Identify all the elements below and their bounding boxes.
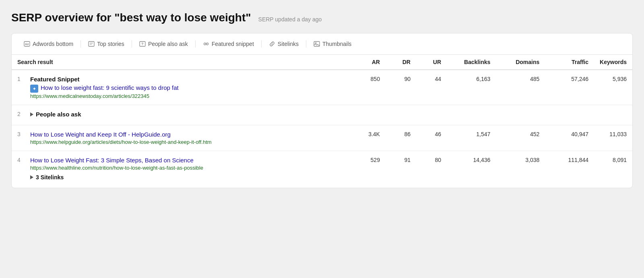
dr-4: 91	[386, 151, 416, 188]
featured-snippet-icon: ✦	[30, 85, 38, 93]
result-cell-4: 4 How to Lose Weight Fast: 3 Simple Step…	[17, 157, 343, 182]
result-content-1: Featured Snippet ✦ How to lose weight fa…	[30, 76, 343, 99]
dr-3: 86	[386, 125, 416, 151]
search-result-cell: 3 How to Lose Weight and Keep It Off - H…	[12, 125, 349, 151]
main-card: Ad Adwords bottom Top stories	[11, 33, 633, 188]
filter-people-also-ask[interactable]: ? People also ask	[135, 39, 192, 49]
traffic-3: 40,947	[545, 125, 594, 151]
result-url-4: https://www.healthline.com/nutrition/how…	[30, 165, 203, 171]
newspaper-icon	[88, 41, 95, 47]
row-num-3: 3	[17, 131, 27, 137]
link-icon	[269, 41, 275, 47]
result-link-4[interactable]: How to Lose Weight Fast: 3 Simple Steps,…	[30, 157, 343, 164]
svg-point-10	[315, 43, 316, 44]
filter-sitelinks-label: Sitelinks	[278, 41, 299, 47]
adwords-icon: Ad	[24, 41, 30, 47]
keywords-1: 5,936	[594, 70, 632, 105]
result-cell-2: 2 People also ask	[17, 111, 627, 119]
svg-rect-2	[89, 41, 94, 46]
backlinks-4: 14,436	[447, 151, 496, 188]
svg-point-8	[206, 43, 208, 45]
result-content-4: How to Lose Weight Fast: 3 Simple Steps,…	[30, 157, 343, 182]
search-result-cell: 4 How to Lose Weight Fast: 3 Simple Step…	[12, 151, 349, 188]
col-header-backlinks: Backlinks	[447, 55, 496, 70]
filter-thumbnails-label: Thumbnails	[322, 41, 351, 47]
row-num-1: 1	[17, 76, 27, 82]
table-header-row: Search result AR DR UR Backlinks Domains…	[12, 55, 632, 70]
ar-3: 3.4K	[349, 125, 386, 151]
keywords-3: 11,033	[594, 125, 632, 151]
expand-icon[interactable]	[30, 112, 33, 116]
page-title: SERP overview for "best way to lose weig…	[11, 11, 251, 24]
table-row: 2 People also ask	[12, 105, 632, 125]
serp-table: Search result AR DR UR Backlinks Domains…	[12, 55, 632, 188]
filter-sitelinks[interactable]: Sitelinks	[265, 39, 303, 49]
image-icon	[314, 41, 320, 47]
col-header-ar: AR	[349, 55, 386, 70]
svg-text:?: ?	[141, 42, 144, 46]
result-cell-1: 1 Featured Snippet ✦ How to lose weight …	[17, 76, 343, 99]
filter-top-stories-label: Top stories	[97, 41, 124, 47]
result-link-1[interactable]: How to lose weight fast: 9 scientific wa…	[41, 84, 179, 91]
svg-point-7	[204, 43, 206, 45]
domains-1: 485	[496, 70, 545, 105]
col-header-search: Search result	[12, 55, 349, 70]
col-header-traffic: Traffic	[545, 55, 594, 70]
result-label-1: Featured Snippet	[30, 76, 343, 83]
col-header-domains: Domains	[496, 55, 545, 70]
svg-text:Ad: Ad	[25, 43, 29, 46]
result-link-3[interactable]: How to Lose Weight and Keep It Off - Hel…	[30, 131, 343, 138]
title-query: "best way to lose weight"	[114, 11, 251, 24]
ar-1: 850	[349, 70, 386, 105]
col-header-ur: UR	[416, 55, 447, 70]
question-icon: ?	[139, 41, 146, 47]
row-num-2: 2	[17, 111, 27, 117]
filter-thumbnails[interactable]: Thumbnails	[310, 39, 355, 49]
ur-1: 44	[416, 70, 447, 105]
col-header-dr: DR	[386, 55, 416, 70]
sitelinks-expand-icon[interactable]	[30, 175, 33, 179]
filter-divider-4	[261, 40, 262, 48]
keywords-4: 8,091	[594, 151, 632, 188]
table-row: 1 Featured Snippet ✦ How to lose weight …	[12, 70, 632, 105]
sitelinks-label: 3 Sitelinks	[30, 174, 343, 180]
table-row: 4 How to Lose Weight Fast: 3 Simple Step…	[12, 151, 632, 188]
search-result-cell: 1 Featured Snippet ✦ How to lose weight …	[12, 70, 349, 105]
people-also-ask-label: People also ask	[36, 111, 81, 118]
filter-divider-5	[306, 40, 306, 48]
table-row: 3 How to Lose Weight and Keep It Off - H…	[12, 125, 632, 151]
filter-adwords-bottom[interactable]: Ad Adwords bottom	[20, 39, 77, 49]
result-url-1: https://www.medicalnewstoday.com/article…	[30, 93, 149, 99]
result-label-2: People also ask	[30, 111, 627, 118]
filter-featured-snippet[interactable]: Featured snippet	[199, 39, 258, 49]
result-content-3: How to Lose Weight and Keep It Off - Hel…	[30, 131, 343, 145]
quote-icon	[203, 41, 209, 47]
serp-updated: SERP updated a day ago	[258, 16, 322, 23]
title-prefix: SERP overview for	[11, 11, 114, 24]
backlinks-1: 6,163	[447, 70, 496, 105]
domains-3: 452	[496, 125, 545, 151]
domains-4: 3,038	[496, 151, 545, 188]
svg-rect-9	[314, 41, 320, 46]
result-cell-3: 3 How to Lose Weight and Keep It Off - H…	[17, 131, 343, 145]
traffic-1: 57,246	[545, 70, 594, 105]
page-header: SERP overview for "best way to lose weig…	[11, 11, 633, 24]
filter-top-stories[interactable]: Top stories	[84, 39, 128, 49]
sitelinks-count: 3 Sitelinks	[36, 174, 64, 180]
ar-4: 529	[349, 151, 386, 188]
filter-bar: Ad Adwords bottom Top stories	[12, 33, 632, 55]
ur-4: 80	[416, 151, 447, 188]
filter-divider-3	[195, 40, 196, 48]
filter-adwords-label: Adwords bottom	[33, 41, 73, 47]
filter-people-also-ask-label: People also ask	[148, 41, 188, 47]
result-url-3: https://www.helpguide.org/articles/diets…	[30, 139, 212, 145]
row-num-4: 4	[17, 157, 27, 163]
ur-3: 46	[416, 125, 447, 151]
backlinks-3: 1,547	[447, 125, 496, 151]
filter-featured-snippet-label: Featured snippet	[212, 41, 254, 47]
people-also-ask-cell: 2 People also ask	[12, 105, 632, 125]
filter-divider-1	[80, 40, 81, 48]
col-header-keywords: Keywords	[594, 55, 632, 70]
dr-1: 90	[386, 70, 416, 105]
filter-divider-2	[132, 40, 132, 48]
